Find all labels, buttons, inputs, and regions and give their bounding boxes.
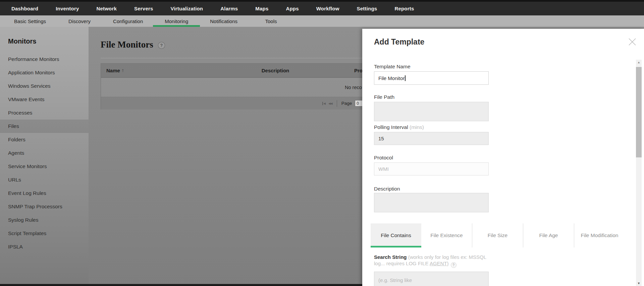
- table-header-row: Name ▲ ▼ Description Pro: [101, 64, 389, 78]
- description-label: Description: [374, 186, 400, 192]
- first-page-icon[interactable]: ◀: [322, 102, 325, 105]
- sidebar-item-syslog-rules[interactable]: Syslog Rules: [0, 213, 89, 227]
- table-body: No reco: [101, 78, 389, 97]
- template-name-value: File Monitor: [378, 75, 405, 81]
- subnav-basic-settings[interactable]: Basic Settings: [4, 15, 56, 27]
- nav-network[interactable]: Network: [88, 2, 125, 15]
- drawer-title: Add Template: [374, 38, 424, 47]
- nav-maps[interactable]: Maps: [247, 2, 277, 15]
- page-help-icon[interactable]: ?: [158, 42, 165, 49]
- sidebar-title: Monitors: [0, 27, 89, 53]
- prev-page-icon[interactable]: ◀◀: [328, 102, 332, 105]
- protocol-label: Protocol: [374, 155, 393, 161]
- subnav-tools[interactable]: Tools: [248, 15, 294, 27]
- sidebar-item-event-log-rules[interactable]: Event Log Rules: [0, 187, 89, 200]
- close-icon[interactable]: [628, 38, 637, 46]
- page-title: File Monitors: [101, 40, 153, 50]
- file-path-label: File Path: [374, 94, 394, 100]
- title-divider: [101, 58, 390, 58]
- sidebar-item-service-monitors[interactable]: Service Monitors: [0, 160, 89, 173]
- sidebar-item-ipsla[interactable]: IPSLA: [0, 240, 89, 254]
- sidebar-item-vmware-events[interactable]: VMware Events: [0, 93, 89, 106]
- nav-alarms[interactable]: Alarms: [212, 2, 247, 15]
- column-header-description[interactable]: Description: [215, 68, 336, 73]
- scrollbar-thumb[interactable]: [636, 67, 642, 157]
- subnav-discovery[interactable]: Discovery: [56, 15, 103, 27]
- sidebar-item-snmp-trap-processors[interactable]: SNMP Trap Processors: [0, 200, 89, 213]
- sidebar-item-folders[interactable]: Folders: [0, 133, 89, 146]
- sidebar-item-files[interactable]: Files: [0, 120, 89, 133]
- polling-interval-input[interactable]: 15: [374, 132, 489, 145]
- nav-reports[interactable]: Reports: [386, 2, 423, 15]
- page-label: Page: [341, 101, 352, 106]
- file-path-input[interactable]: [374, 102, 489, 121]
- protocol-input[interactable]: [374, 162, 489, 175]
- sidebar-item-processes[interactable]: Processes: [0, 106, 89, 120]
- nav-workflow[interactable]: Workflow: [308, 2, 348, 15]
- template-name-label: Template Name: [374, 64, 411, 70]
- nav-servers[interactable]: Servers: [125, 2, 162, 15]
- sidebar-item-windows-services[interactable]: Windows Services: [0, 79, 89, 93]
- description-input[interactable]: [374, 193, 489, 212]
- settings-sub-navigation: Basic Settings Discovery Configuration M…: [0, 15, 644, 27]
- top-hairline: [0, 0, 644, 2]
- scroll-up-icon[interactable]: ▲: [636, 61, 642, 64]
- column-header-name-label: Name: [106, 68, 120, 73]
- sidebar-item-application-monitors[interactable]: Application Monitors: [0, 66, 89, 79]
- sidebar-item-urls[interactable]: URLs: [0, 173, 89, 187]
- nav-apps[interactable]: Apps: [277, 2, 307, 15]
- nav-dashboard[interactable]: Dashboard: [3, 2, 47, 15]
- tab-file-existence[interactable]: File Existence: [421, 223, 472, 247]
- nav-inventory[interactable]: Inventory: [47, 2, 88, 15]
- subnav-configuration[interactable]: Configuration: [103, 15, 153, 27]
- sort-icon[interactable]: ▲ ▼: [122, 69, 124, 73]
- file-monitors-table: Name ▲ ▼ Description Pro No reco ◀ ◀◀ Pa…: [101, 63, 389, 110]
- pager-divider: [337, 100, 337, 107]
- tab-file-size[interactable]: File Size: [472, 223, 523, 247]
- sidebar-item-performance-monitors[interactable]: Performance Monitors: [0, 53, 89, 66]
- tab-file-modification[interactable]: File Modification: [574, 223, 625, 247]
- sidebar-item-script-templates[interactable]: Script Templates: [0, 227, 89, 240]
- template-name-input[interactable]: File Monitor: [374, 71, 489, 85]
- search-string-input[interactable]: [374, 272, 489, 286]
- nav-settings[interactable]: Settings: [348, 2, 386, 15]
- text-caret: [405, 75, 406, 81]
- subnav-notifications[interactable]: Notifications: [200, 15, 248, 27]
- add-template-drawer: Add Template Template Name File Monitor …: [362, 29, 644, 286]
- panel-scrollbar[interactable]: ▲ ▼: [636, 60, 642, 286]
- search-string-label: Search String (works only for log files …: [374, 254, 491, 268]
- scroll-down-icon[interactable]: ▼: [636, 282, 642, 285]
- polling-interval-label: Polling Interval (mins): [374, 124, 424, 130]
- table-pagination: ◀ ◀◀ Page: [101, 97, 389, 110]
- app-root: Dashboard Inventory Network Servers Virt…: [0, 0, 644, 286]
- sidebar-item-agents[interactable]: Agents: [0, 146, 89, 160]
- top-navigation: Dashboard Inventory Network Servers Virt…: [0, 2, 644, 15]
- column-header-name[interactable]: Name ▲ ▼: [101, 68, 215, 73]
- tab-file-contains[interactable]: File Contains: [371, 223, 421, 247]
- nav-virtualization[interactable]: Virtualization: [162, 2, 212, 15]
- bottom-scroll-strip[interactable]: [0, 284, 362, 286]
- empty-records-text: No reco: [345, 85, 362, 90]
- condition-tabs: File Contains File Existence File Size F…: [371, 223, 625, 247]
- agent-link[interactable]: AGENT): [430, 261, 449, 266]
- monitors-sidebar: Monitors Performance Monitors Applicatio…: [0, 27, 89, 286]
- tab-file-age[interactable]: File Age: [523, 223, 574, 247]
- search-help-icon[interactable]: ?: [451, 262, 457, 268]
- subnav-monitoring[interactable]: Monitoring: [153, 15, 200, 27]
